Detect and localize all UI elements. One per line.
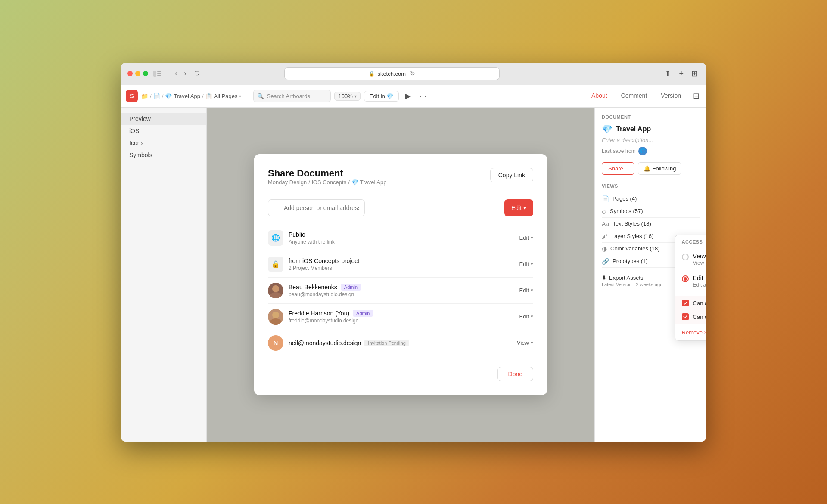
- view-item-pages[interactable]: 📄 Pages (4): [602, 193, 700, 205]
- canvas-area: Share Document Monday Design / iOS Conce…: [207, 108, 594, 442]
- tab-comment[interactable]: Comment: [614, 90, 654, 102]
- tab-version[interactable]: Version: [654, 90, 688, 102]
- address-bar[interactable]: 🔒 sketch.com ↻: [284, 67, 500, 80]
- prototypes-icon: 🔗: [602, 258, 609, 265]
- prototype-button[interactable]: ▶: [402, 90, 414, 102]
- last-save-label: Last save from: [602, 148, 636, 154]
- sidebar-item-icons[interactable]: Icons: [121, 137, 206, 149]
- view-item-text-styles[interactable]: Aa Text Styles (18): [602, 218, 700, 230]
- layer-styles-label: Layer Styles (16): [611, 233, 653, 239]
- remove-access-button[interactable]: Remove Selected Access: [682, 329, 706, 336]
- svg-rect-1: [157, 71, 161, 72]
- admin-badge: Admin: [341, 284, 361, 291]
- more-options-button[interactable]: ···: [417, 90, 429, 102]
- sidebar-toggle-button[interactable]: [153, 69, 165, 78]
- sidebar-item-symbols[interactable]: Symbols: [121, 149, 206, 161]
- following-button[interactable]: 🔔 Following: [638, 162, 682, 175]
- share-name: Public: [289, 231, 519, 238]
- last-saver-avatar: 🌐: [638, 147, 647, 155]
- svg-point-7: [270, 318, 282, 325]
- project-avatar: 🔒: [268, 257, 283, 272]
- breadcrumb-folder-icon: 📁: [141, 93, 148, 99]
- share-name: neil@mondaystudio.design Invitation Pend…: [289, 340, 517, 346]
- breadcrumb-doc-name: Travel App: [174, 93, 200, 99]
- share-name: Freddie Harrison (You) Admin: [289, 310, 519, 317]
- done-button[interactable]: Done: [497, 367, 533, 381]
- share-name: Beau Bekkenenks Admin: [289, 284, 519, 291]
- share-info-neil: neil@mondaystudio.design Invitation Pend…: [289, 340, 517, 346]
- neil-access-dropdown[interactable]: View ▾: [517, 340, 533, 346]
- share-browser-button[interactable]: ⬆: [663, 67, 673, 80]
- svg-rect-3: [157, 75, 161, 76]
- beau-avatar: [268, 283, 283, 298]
- share-button[interactable]: Share...: [602, 162, 634, 175]
- doc-title-row: 💎 Travel App: [602, 124, 700, 134]
- list-item: Beau Bekkenenks Admin beau@mondaystudio.…: [268, 278, 533, 304]
- doc-description[interactable]: Enter a description...: [602, 137, 700, 143]
- svg-point-6: [272, 312, 279, 318]
- forward-button[interactable]: ›: [181, 68, 189, 79]
- app-nav-tabs: About Comment Version: [584, 90, 688, 102]
- access-option-edit[interactable]: Edit Edit and view the document: [675, 270, 706, 292]
- search-placeholder: Search Artboards: [267, 93, 310, 99]
- grid-button[interactable]: ⊞: [690, 67, 700, 80]
- checkbox-comment[interactable]: Can comment: [675, 310, 706, 324]
- view-item-symbols[interactable]: ◇ Symbols (57): [602, 205, 700, 218]
- copy-link-button[interactable]: Copy Link: [490, 168, 533, 182]
- svg-rect-2: [157, 73, 161, 74]
- minimize-button[interactable]: [135, 71, 140, 76]
- share-name: from iOS Concepts project: [289, 257, 519, 264]
- access-radio-edit: [682, 275, 689, 282]
- search-box[interactable]: 🔍 Search Artboards: [253, 90, 331, 102]
- checkbox-download[interactable]: Can download and inspect: [675, 296, 706, 310]
- doc-gem-icon: 💎: [602, 124, 612, 134]
- close-button[interactable]: [127, 71, 133, 76]
- new-tab-button[interactable]: +: [677, 67, 685, 80]
- share-email: freddie@mondaystudio.design: [289, 318, 519, 324]
- list-item: 🔒 from iOS Concepts project 2 Project Me…: [268, 251, 533, 278]
- checkbox-download-icon: [682, 300, 689, 306]
- pages-label: Pages (4): [612, 195, 637, 202]
- edit-button[interactable]: Edit in 💎: [364, 91, 399, 102]
- modal-overlay: Share Document Monday Design / iOS Conce…: [207, 108, 594, 442]
- tab-about[interactable]: About: [584, 90, 614, 102]
- access-option-text-view: View View document in the web app: [693, 253, 706, 266]
- export-label: Export Assets: [609, 275, 643, 281]
- symbols-icon: ◇: [602, 208, 606, 215]
- back-button[interactable]: ‹: [172, 68, 180, 79]
- reload-icon[interactable]: ↻: [410, 70, 415, 77]
- checkbox-comment-label: Can comment: [693, 314, 706, 320]
- logo-text: S: [130, 93, 134, 99]
- breadcrumb-gem: 💎: [351, 179, 358, 186]
- public-access-dropdown[interactable]: Edit ▾: [519, 235, 533, 241]
- access-popup: ACCESS View View document in the web app: [675, 235, 706, 341]
- prototypes-label: Prototypes (1): [612, 258, 648, 264]
- share-info-freddie: Freddie Harrison (You) Admin freddie@mon…: [289, 310, 519, 324]
- access-option-view[interactable]: View View document in the web app: [675, 248, 706, 270]
- search-icon: 🔍: [257, 93, 264, 99]
- invite-input-wrapper: 👤: [268, 199, 501, 216]
- invite-access-button[interactable]: Edit ▾: [504, 199, 533, 216]
- beau-access-dropdown[interactable]: Edit ▾: [519, 287, 533, 294]
- maximize-button[interactable]: [143, 71, 148, 76]
- panel-toggle-button[interactable]: ⊟: [691, 90, 701, 102]
- sidebar-item-ios[interactable]: iOS: [121, 125, 206, 137]
- app-logo: S: [126, 90, 138, 102]
- left-sidebar: Preview iOS Icons Symbols: [121, 108, 207, 442]
- following-label: Following: [653, 165, 676, 172]
- sidebar-item-preview[interactable]: Preview: [121, 113, 206, 125]
- traffic-lights: [127, 71, 148, 76]
- zoom-control[interactable]: 100% ▾: [334, 92, 360, 101]
- list-item: 🌐 Public Anyone with the link Edit ▾: [268, 225, 533, 251]
- share-document-modal: Share Document Monday Design / iOS Conce…: [254, 154, 547, 395]
- app-bar: S 📁 / 📄 / 💎 Travel App / 📋 All Pages ▾ 🔍…: [121, 85, 706, 108]
- share-info-project: from iOS Concepts project 2 Project Memb…: [289, 257, 519, 271]
- freddie-access-dropdown[interactable]: Edit ▾: [519, 313, 533, 320]
- access-popup-header: ACCESS: [675, 235, 706, 248]
- invite-input[interactable]: [268, 199, 365, 216]
- invite-row: 👤 Edit ▾: [268, 199, 533, 216]
- breadcrumb-gem-icon: 💎: [165, 93, 172, 99]
- project-access-dropdown[interactable]: Edit ▾: [519, 261, 533, 267]
- breadcrumb-page-name: All Pages: [214, 93, 238, 99]
- breadcrumb-page-icon: 📋: [205, 93, 212, 99]
